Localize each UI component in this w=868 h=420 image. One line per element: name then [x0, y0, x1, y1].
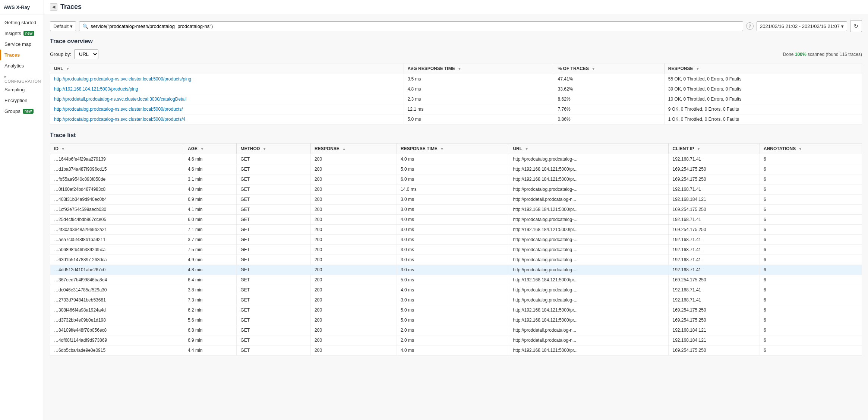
sidebar-item-service-map[interactable]: Service map — [0, 39, 44, 50]
id-cell[interactable]: …308f466f4a98a1924a4d — [50, 305, 184, 315]
id-cell[interactable]: …1cf92e754c599aecb030 — [50, 205, 184, 215]
sidebar-item-label: Groups — [4, 108, 20, 114]
col-response-time[interactable]: RESPONSE TIME ▼ — [397, 143, 509, 154]
table-row: http://prodcatalog.prodcatalog-ns.svc.cl… — [50, 104, 862, 114]
id-cell[interactable]: …dc046e314785af529a30 — [50, 285, 184, 295]
id-cell[interactable]: …403f31b34a9d940ec0b4 — [50, 195, 184, 205]
sidebar: AWS X-Ray Getting startedInsights newSer… — [0, 0, 44, 420]
group-by-select[interactable]: URL — [74, 49, 98, 59]
method-cell: GET — [237, 305, 311, 315]
annotations-cell: 6 — [760, 345, 862, 356]
chevron-down-icon: ▾ — [70, 23, 73, 29]
client-ip-cell: 192.168.184.121 — [669, 195, 760, 205]
sidebar-item-encryption[interactable]: Encryption — [0, 95, 44, 106]
collapse-button[interactable]: ◀ — [50, 3, 57, 11]
age-cell: 6.2 min — [184, 305, 237, 315]
response-time-cell: 4.0 ms — [397, 215, 509, 225]
url-cell: http://prodcatalog.prodcatalog-... — [509, 215, 669, 225]
table-row: …4df68f1144adf9d973869 6.9 min GET 200 2… — [50, 335, 862, 345]
method-cell: GET — [237, 195, 311, 205]
age-cell: 3.7 min — [184, 235, 237, 245]
avg-response-cell: 2.3 ms — [404, 94, 554, 104]
annotations-cell: 6 — [760, 215, 862, 225]
annotations-cell: 6 — [760, 255, 862, 265]
method-cell: GET — [237, 275, 311, 285]
trace-list-title: Trace list — [50, 132, 862, 139]
trace-overview-table: URL ▼ AVG RESPONSE TIME ▼ % OF TRACES ▼ … — [50, 63, 862, 124]
help-icon[interactable]: ? — [746, 22, 754, 30]
response-time-cell: 4.0 ms — [397, 154, 509, 164]
id-cell[interactable]: …4dd512d4101abe267c0 — [50, 265, 184, 275]
client-ip-cell: 192.168.71.41 — [669, 285, 760, 295]
client-ip-cell: 192.168.184.121 — [669, 325, 760, 335]
url-cell[interactable]: http://prodcatalog.prodcatalog-ns.svc.cl… — [50, 104, 404, 114]
id-cell[interactable]: …367eed7b4f99846ba8e4 — [50, 275, 184, 285]
id-cell[interactable]: …d3732bb4e09b0e1d198 — [50, 315, 184, 325]
main-header: ◀ Traces — [44, 0, 868, 14]
age-cell: 7.3 min — [184, 295, 237, 305]
col-url[interactable]: URL ▼ — [50, 63, 404, 74]
col-response[interactable]: RESPONSE ▲ — [311, 143, 397, 154]
col-method[interactable]: METHOD ▼ — [237, 143, 311, 154]
id-cell[interactable]: …d1ba874a487f9096cd15 — [50, 164, 184, 174]
id-cell[interactable]: …4f30ad3e48a29e9b2a21 — [50, 225, 184, 235]
id-cell[interactable]: …1644b6fe4f29aa279139 — [50, 154, 184, 164]
url-cell[interactable]: http://192.168.184.121:5000/products/pin… — [50, 84, 404, 94]
id-cell[interactable]: …4df68f1144adf9d973869 — [50, 335, 184, 345]
annotations-cell: 6 — [760, 235, 862, 245]
client-ip-cell: 169.254.175.250 — [669, 305, 760, 315]
age-cell: 6.0 min — [184, 215, 237, 225]
search-input[interactable] — [91, 23, 740, 29]
id-cell[interactable]: …2733d794841beb53681 — [50, 295, 184, 305]
url-cell[interactable]: http://prodcatalog.prodcatalog-ns.svc.cl… — [50, 74, 404, 84]
url-cell: http://192.168.184.121:5000/pr... — [509, 345, 669, 356]
col-annotations[interactable]: ANNOTATIONS ▼ — [760, 143, 862, 154]
method-cell: GET — [237, 285, 311, 295]
col-pct-traces[interactable]: % OF TRACES ▼ — [554, 63, 664, 74]
url-cell[interactable]: http://proddetail.prodcatalog-ns.svc.clu… — [50, 94, 404, 104]
url-cell: http://prodcatalog.prodcatalog-... — [509, 255, 669, 265]
url-cell: http://192.168.184.121:5000/pr... — [509, 164, 669, 174]
col-id[interactable]: ID ▼ — [50, 143, 184, 154]
col-avg-response[interactable]: AVG RESPONSE TIME ▼ — [404, 63, 554, 74]
url-cell: http://prodcatalog.prodcatalog-... — [509, 154, 669, 164]
id-cell[interactable]: …25d4cf9c4bdb867dce05 — [50, 215, 184, 225]
sidebar-item-analytics[interactable]: Analytics — [0, 60, 44, 71]
table-row: …0f160af24bd4874983c8 4.0 min GET 200 14… — [50, 184, 862, 195]
url-cell: http://proddetail.prodcatalog-n... — [509, 195, 669, 205]
id-cell[interactable]: …fb55aa9540c093f850de — [50, 174, 184, 184]
col-url[interactable]: URL ▼ — [509, 143, 669, 154]
default-filter-label: Default — [53, 23, 69, 29]
col-response[interactable]: RESPONSE ▼ — [664, 63, 862, 74]
id-cell[interactable]: …6db5cba4ade9e0e0915 — [50, 345, 184, 356]
refresh-button[interactable]: ↻ — [850, 20, 862, 32]
response-time-cell: 4.0 ms — [397, 345, 509, 356]
url-cell[interactable]: http://prodcatalog.prodcatalog-ns.svc.cl… — [50, 114, 404, 124]
sidebar-configuration-section[interactable]: ▸ Configuration — [0, 71, 44, 84]
col-age[interactable]: AGE ▼ — [184, 143, 237, 154]
sidebar-item-getting-started[interactable]: Getting started — [0, 17, 44, 28]
id-cell[interactable]: …84109ffe448f78b056ec8 — [50, 325, 184, 335]
client-ip-cell: 192.168.71.41 — [669, 265, 760, 275]
col-client-ip[interactable]: CLIENT IP ▼ — [669, 143, 760, 154]
sidebar-item-traces[interactable]: Traces — [0, 50, 44, 60]
age-cell: 4.0 min — [184, 184, 237, 195]
sidebar-item-sampling[interactable]: Sampling — [0, 84, 44, 95]
id-cell[interactable]: …63d1b51478897 2630ca — [50, 255, 184, 265]
id-cell[interactable]: …a06898fb46b3892df5ca — [50, 245, 184, 255]
id-cell[interactable]: …aea7cb5f48f8b1ba9211 — [50, 235, 184, 245]
id-cell[interactable]: …0f160af24bd4874983c8 — [50, 184, 184, 195]
response-cell: 200 — [311, 184, 397, 195]
sidebar-item-groups[interactable]: Groups new — [0, 106, 44, 117]
group-by-label: Group by: — [50, 51, 71, 57]
response-cell: 200 — [311, 265, 397, 275]
client-ip-cell: 192.168.71.41 — [669, 154, 760, 164]
sidebar-item-label: Service map — [4, 41, 31, 47]
table-row: …1cf92e754c599aecb030 4.1 min GET 200 3.… — [50, 205, 862, 215]
method-cell: GET — [237, 345, 311, 356]
response-cell: 200 — [311, 275, 397, 285]
sort-icon: ▼ — [440, 147, 444, 151]
sidebar-item-insights[interactable]: Insights new — [0, 28, 44, 39]
default-filter-select[interactable]: Default ▾ — [50, 21, 76, 31]
date-range-picker[interactable]: 2021/02/16 21:02 - 2021/02/16 21:07 ▾ — [757, 21, 847, 31]
